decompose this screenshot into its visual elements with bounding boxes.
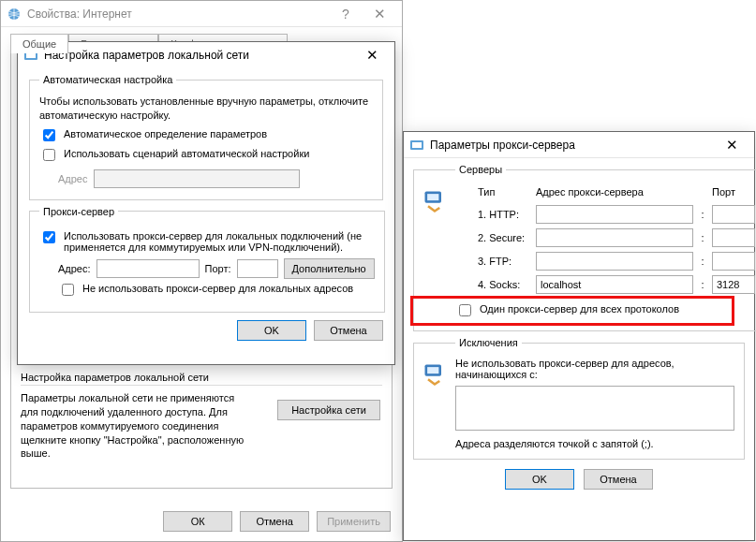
proxy-address-label: Адрес: [58, 263, 91, 274]
servers-icon [422, 188, 448, 216]
servers-legend: Серверы [455, 164, 506, 175]
socks-address-input[interactable] [536, 275, 693, 294]
row-label-secure: 2. Secure: [478, 232, 530, 243]
servers-header-row: Тип Адрес прокси-сервера Порт [455, 186, 755, 198]
proxy-port-label: Порт: [205, 263, 231, 274]
adv-dialog-buttons: OK Отмена [404, 469, 754, 490]
lan-cancel-button[interactable]: Отмена [314, 320, 383, 341]
http-address-input[interactable] [536, 205, 693, 224]
bypass-local-label: Не использовать прокси-сервер для локаль… [82, 283, 353, 294]
servers-group: Серверы Тип Адрес прокси-сервера Порт 1.… [413, 164, 756, 331]
proxy-address-input[interactable] [96, 259, 200, 278]
lan-settings-button[interactable]: Настройка сети [277, 400, 380, 420]
use-proxy-label: Использовать прокси-сервер для локальных… [64, 230, 375, 253]
use-script-checkbox[interactable] [43, 149, 55, 161]
exceptions-textarea[interactable] [455, 386, 734, 431]
exceptions-label: Не использовать прокси-сервер для адресо… [455, 358, 734, 380]
server-row-http: 1. HTTP: : [455, 205, 755, 224]
server-row-socks: 4. Socks: : [455, 275, 755, 294]
secure-address-input[interactable] [536, 228, 693, 247]
inet-help-button[interactable]: ? [329, 3, 363, 25]
inet-icon [7, 7, 22, 22]
adv-title: Параметры прокси-сервера [430, 139, 715, 152]
auto-detect-row: Автоматическое определение параметров [39, 128, 373, 144]
auto-detect-label: Автоматическое определение параметров [64, 128, 267, 139]
adv-icon [409, 138, 424, 153]
adv-ok-button[interactable]: OK [505, 469, 574, 490]
server-row-secure: 2. Secure: : [455, 228, 755, 247]
use-proxy-checkbox[interactable] [43, 231, 55, 243]
same-proxy-row: Один прокси-сервер для всех протоколов [455, 303, 755, 319]
lan-title: Настройка параметров локальной сети [44, 49, 355, 62]
col-addr: Адрес прокси-сервера [536, 186, 693, 198]
tab-general[interactable]: Общие [10, 34, 68, 53]
exceptions-icon [422, 361, 448, 389]
row-label-http: 1. HTTP: [478, 209, 530, 220]
inet-ok-button[interactable]: ОК [163, 511, 232, 532]
proxy-port-input[interactable] [237, 259, 278, 278]
auto-config-legend: Автоматическая настройка [39, 74, 176, 85]
lan-section-desc: Параметры локальной сети не применяются … [21, 391, 245, 461]
exceptions-legend: Исключения [455, 337, 522, 348]
same-proxy-checkbox[interactable] [459, 304, 471, 316]
bypass-local-checkbox[interactable] [62, 284, 74, 296]
col-port: Порт [712, 186, 755, 198]
row-label-socks: 4. Socks: [478, 279, 530, 290]
use-script-row: Использовать сценарий автоматической нас… [39, 148, 373, 164]
auto-detect-checkbox[interactable] [43, 129, 55, 141]
inet-close-button[interactable]: ✕ [363, 3, 396, 25]
adv-cancel-button[interactable]: Отмена [584, 469, 653, 490]
secure-port-input[interactable] [712, 228, 755, 247]
proxy-legend: Прокси-сервер [39, 206, 118, 217]
inet-cancel-button[interactable]: Отмена [240, 511, 309, 532]
svg-rect-6 [427, 194, 438, 200]
lan-close-button[interactable]: ✕ [355, 44, 389, 66]
use-proxy-row: Использовать прокси-сервер для локальных… [39, 230, 375, 253]
inet-title: Свойства: Интернет [27, 7, 329, 21]
svg-rect-4 [412, 142, 422, 148]
script-address-input [94, 169, 300, 188]
same-proxy-label: Один прокси-сервер для всех протоколов [480, 303, 679, 315]
inet-titlebar: Свойства: Интернет ? ✕ [1, 1, 402, 27]
exceptions-hint: Адреса разделяются точкой с запятой (;). [455, 438, 734, 449]
use-script-label: Использовать сценарий автоматической нас… [64, 148, 309, 159]
lan-section-title: Настройка параметров локальной сети [21, 372, 382, 383]
ftp-port-input[interactable] [712, 252, 755, 271]
lan-dialog-buttons: OK Отмена [18, 320, 383, 341]
row-label-ftp: 3. FTP: [478, 256, 530, 267]
svg-rect-8 [427, 367, 438, 374]
auto-config-note: Чтобы использовать установленные вручную… [39, 95, 373, 123]
proxy-advanced-dialog: Параметры прокси-сервера ✕ Серверы Тип А… [403, 131, 755, 541]
http-port-input[interactable] [712, 205, 755, 224]
server-row-ftp: 3. FTP: : [455, 252, 755, 271]
auto-config-group: Автоматическая настройка Чтобы использов… [29, 74, 383, 200]
adv-close-button[interactable]: ✕ [715, 134, 749, 156]
exceptions-group: Исключения Не использовать прокси-сервер… [413, 337, 745, 460]
socks-port-input[interactable] [712, 275, 755, 294]
col-type: Тип [478, 186, 530, 198]
lan-ok-button[interactable]: OK [237, 320, 306, 341]
script-address-label: Адрес [58, 173, 88, 184]
adv-titlebar: Параметры прокси-сервера ✕ [404, 132, 754, 158]
inet-footer: ОК Отмена Применить [163, 511, 391, 532]
ftp-address-input[interactable] [536, 252, 693, 271]
bypass-local-row: Не использовать прокси-сервер для локаль… [58, 283, 375, 299]
proxy-group: Прокси-сервер Использовать прокси-сервер… [29, 206, 385, 313]
lan-titlebar: Настройка параметров локальной сети ✕ [18, 42, 394, 68]
lan-settings-dialog: Настройка параметров локальной сети ✕ Ав… [17, 41, 395, 365]
proxy-advanced-button[interactable]: Дополнительно [284, 258, 375, 279]
inet-apply-button[interactable]: Применить [317, 511, 391, 532]
